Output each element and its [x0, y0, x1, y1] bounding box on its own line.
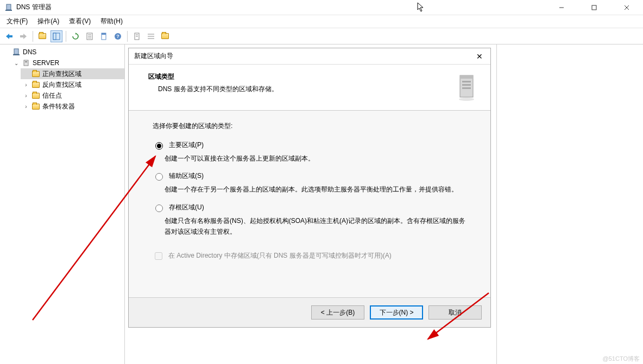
option-primary-zone: 主要区域(P) 创建一个可以直接在这个服务器上更新的区域副本。	[153, 141, 467, 164]
checkbox-store-in-ad-input	[155, 252, 162, 260]
svg-rect-24	[14, 49, 18, 54]
export-list-button[interactable]	[84, 30, 96, 42]
wizard-subheading: DNS 服务器支持不同类型的区域和存储。	[148, 85, 455, 94]
wizard-button-row: < 上一步(B) 下一步(N) > 取消	[129, 297, 490, 327]
wizard-titlebar: 新建区域向导 ✕	[129, 48, 490, 65]
tree-node-forward-zone[interactable]: 正向查找区域	[21, 68, 124, 79]
show-hide-tree-button[interactable]	[51, 30, 62, 42]
checkbox-label: 在 Active Directory 中存储区域(只有 DNS 服务器是可写域控…	[168, 251, 392, 260]
radio-stub-zone-input[interactable]	[155, 205, 163, 212]
tree-node-trust-points[interactable]: › 信任点	[21, 90, 124, 101]
radio-secondary-zone[interactable]: 辅助区域(S)	[153, 171, 467, 181]
minimize-button[interactable]	[552, 2, 571, 13]
checkbox-store-in-ad: 在 Active Directory 中存储区域(只有 DNS 服务器是可写域控…	[153, 251, 467, 261]
option-secondary-zone: 辅助区域(S) 创建一个存在于另一个服务器上的区域的副本。此选项帮助主服务器平衡…	[153, 171, 467, 195]
tree-node-label: 条件转发器	[42, 102, 75, 111]
window-controls	[552, 2, 636, 13]
svg-rect-9	[53, 33, 56, 40]
tree-node-label: 信任点	[42, 91, 62, 100]
wizard-title: 新建区域向导	[134, 52, 472, 61]
tree-node-dns[interactable]: DNS	[1, 47, 124, 58]
content-pane: 新建区域向导 ✕ 区域类型 DNS 服务器支持不同类型的区域和存储。	[125, 44, 496, 364]
tree-node-label: 正向查找区域	[42, 69, 81, 79]
new-zone-button[interactable]	[159, 30, 171, 42]
folder-icon	[31, 91, 40, 100]
tree-node-reverse-zone[interactable]: › 反向查找区域	[21, 79, 124, 90]
svg-rect-26	[24, 60, 28, 66]
radio-primary-zone[interactable]: 主要区域(P)	[153, 141, 467, 150]
expand-icon[interactable]: ›	[23, 104, 29, 110]
tree-node-server[interactable]: ⌄ SERVER	[11, 58, 124, 68]
menu-view[interactable]: 查看(V)	[65, 15, 95, 28]
tree-node-label: SERVER	[33, 59, 59, 67]
svg-rect-30	[462, 81, 471, 82]
expand-icon[interactable]: ›	[23, 82, 29, 88]
help-button[interactable]: ?	[112, 30, 124, 42]
svg-rect-31	[462, 84, 471, 86]
toolbar: ?	[0, 28, 643, 44]
filter-button[interactable]	[131, 30, 143, 42]
next-button[interactable]: 下一步(N) >	[370, 305, 423, 320]
close-icon: ✕	[476, 52, 483, 61]
wizard-heading: 区域类型	[148, 72, 455, 81]
svg-rect-6	[9, 35, 12, 37]
menu-action[interactable]: 操作(A)	[33, 15, 64, 28]
back-button[interactable]	[3, 30, 15, 42]
svg-rect-25	[13, 54, 20, 55]
folder-icon	[31, 102, 40, 111]
wizard-body: 选择你要创建的区域的类型: 主要区域(P) 创建一个可以直接在这个服务器上更新的…	[129, 111, 490, 297]
svg-rect-29	[460, 75, 473, 79]
main-area: DNS ⌄ SERVER	[0, 44, 643, 364]
option-stub-zone: 存根区域(U) 创建只含有名称服务器(NS)、起始授权机构(SOA)和粘连主机(…	[153, 203, 467, 238]
svg-rect-3	[592, 5, 596, 10]
radio-label: 辅助区域(S)	[169, 171, 204, 181]
svg-rect-32	[462, 87, 471, 89]
dns-root-icon	[12, 48, 21, 56]
option-description: 创建一个存在于另一个服务器上的区域的副本。此选项帮助主服务器平衡处理的工作量，并…	[153, 184, 467, 195]
server-icon	[22, 59, 30, 67]
wizard-close-button[interactable]: ✕	[472, 50, 487, 62]
tree-pane: DNS ⌄ SERVER	[0, 44, 125, 364]
toolbar-separator	[33, 31, 33, 42]
radio-secondary-zone-input[interactable]	[155, 173, 163, 181]
up-folder-button[interactable]	[36, 30, 48, 42]
folder-icon	[31, 80, 40, 89]
svg-rect-1	[5, 10, 12, 11]
toolbar-separator	[127, 31, 128, 42]
svg-point-33	[459, 98, 474, 101]
maximize-button[interactable]	[584, 2, 604, 13]
actions-pane	[496, 44, 643, 364]
close-button[interactable]	[617, 2, 636, 13]
radio-primary-zone-input[interactable]	[155, 142, 163, 150]
menu-bar: 文件(F) 操作(A) 查看(V) 帮助(H)	[0, 15, 643, 28]
new-zone-wizard-dialog: 新建区域向导 ✕ 区域类型 DNS 服务器支持不同类型的区域和存储。	[128, 48, 491, 328]
toolbar-separator	[66, 31, 66, 42]
tree-node-label: DNS	[23, 48, 36, 56]
radio-label: 存根区域(U)	[169, 203, 204, 212]
tree-node-label: 反向查找区域	[42, 80, 81, 90]
properties-button[interactable]	[98, 30, 110, 42]
folder-icon	[31, 69, 40, 78]
radio-label: 主要区域(P)	[169, 141, 204, 150]
refresh-button[interactable]	[70, 30, 81, 42]
svg-rect-15	[102, 33, 106, 35]
menu-file[interactable]: 文件(F)	[2, 15, 32, 28]
window-title: DNS 管理器	[16, 3, 52, 12]
list-button[interactable]	[145, 30, 157, 42]
wizard-banner: 区域类型 DNS 服务器支持不同类型的区域和存储。	[129, 65, 490, 111]
app-icon	[4, 3, 13, 12]
collapse-icon[interactable]: ⌄	[13, 60, 20, 66]
tree-node-conditional-forwarders[interactable]: › 条件转发器	[21, 101, 124, 112]
svg-text:?: ?	[116, 34, 119, 39]
menu-help[interactable]: 帮助(H)	[96, 15, 127, 28]
expand-icon[interactable]: ›	[23, 93, 29, 99]
radio-stub-zone[interactable]: 存根区域(U)	[153, 203, 467, 212]
svg-rect-7	[20, 35, 24, 37]
back-button[interactable]: < 上一步(B)	[311, 305, 364, 320]
title-bar: DNS 管理器	[0, 0, 643, 15]
wizard-prompt: 选择你要创建的区域的类型:	[153, 122, 467, 131]
watermark: @51CTO博客	[603, 355, 640, 363]
cancel-button[interactable]: 取消	[428, 305, 482, 320]
forward-button[interactable]	[17, 30, 29, 42]
option-description: 创建一个可以直接在这个服务器上更新的区域副本。	[153, 153, 467, 164]
